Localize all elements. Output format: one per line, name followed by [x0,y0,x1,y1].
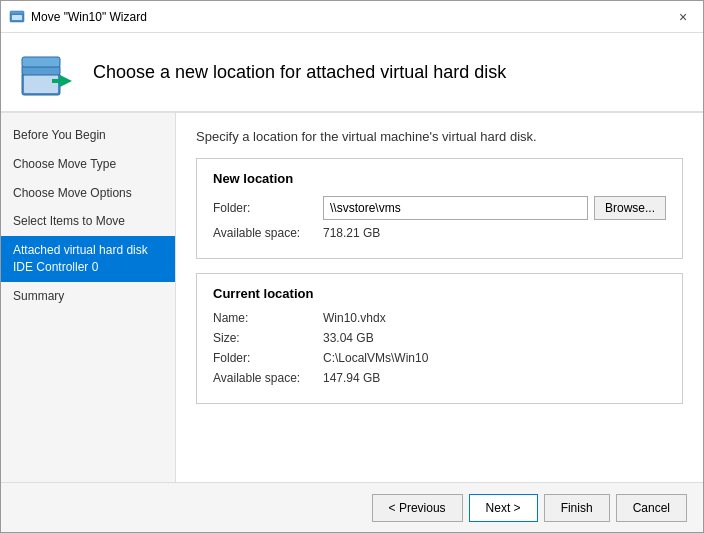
current-name-label: Name: [213,311,323,325]
svg-rect-2 [10,11,24,14]
browse-button[interactable]: Browse... [594,196,666,220]
sidebar-item-attached-vhd[interactable]: Attached virtual hard disk IDE Controlle… [1,236,175,282]
current-location-title: Current location [213,286,666,301]
sidebar-item-choose-move-type[interactable]: Choose Move Type [1,150,175,179]
sidebar-item-choose-move-options[interactable]: Choose Move Options [1,179,175,208]
title-bar: Move "Win10" Wizard × [1,1,703,33]
svg-rect-6 [22,57,60,67]
footer: < Previous Next > Finish Cancel [1,482,703,532]
current-available-value: 147.94 GB [323,371,380,385]
close-button[interactable]: × [671,5,695,29]
sidebar-item-before-you-begin[interactable]: Before You Begin [1,121,175,150]
wizard-window: Move "Win10" Wizard × Choose a new locat… [0,0,704,533]
current-available-row: Available space: 147.94 GB [213,371,666,385]
available-space-value: 718.21 GB [323,226,380,240]
current-folder-label: Folder: [213,351,323,365]
svg-rect-1 [12,15,22,20]
new-location-section: New location Folder: Browse... Available… [196,158,683,259]
svg-rect-4 [24,75,58,93]
main-content: Specify a location for the virtual machi… [176,113,703,482]
current-location-section: Current location Name: Win10.vhdx Size: … [196,273,683,404]
folder-row: Folder: Browse... [213,196,666,220]
sidebar: Before You Begin Choose Move Type Choose… [1,113,176,482]
current-size-row: Size: 33.04 GB [213,331,666,345]
new-location-title: New location [213,171,666,186]
available-space-label: Available space: [213,226,323,240]
current-name-row: Name: Win10.vhdx [213,311,666,325]
current-name-value: Win10.vhdx [323,311,386,325]
window-title: Move "Win10" Wizard [31,10,671,24]
sidebar-item-summary[interactable]: Summary [1,282,175,311]
current-folder-value: C:\LocalVMs\Win10 [323,351,428,365]
cancel-button[interactable]: Cancel [616,494,687,522]
svg-rect-8 [52,79,62,83]
current-size-value: 33.04 GB [323,331,374,345]
next-button[interactable]: Next > [469,494,538,522]
current-available-label: Available space: [213,371,323,385]
previous-button[interactable]: < Previous [372,494,463,522]
finish-button[interactable]: Finish [544,494,610,522]
current-folder-row: Folder: C:\LocalVMs\Win10 [213,351,666,365]
available-space-row: Available space: 718.21 GB [213,226,666,240]
header-title: Choose a new location for attached virtu… [93,62,506,83]
header-banner: Choose a new location for attached virtu… [1,33,703,113]
main-description: Specify a location for the virtual machi… [196,129,683,144]
content-area: Before You Begin Choose Move Type Choose… [1,113,703,482]
window-icon [9,9,25,25]
folder-input[interactable] [323,196,588,220]
sidebar-item-select-items-to-move[interactable]: Select Items to Move [1,207,175,236]
folder-label: Folder: [213,201,323,215]
current-size-label: Size: [213,331,323,345]
vm-icon [17,42,77,102]
